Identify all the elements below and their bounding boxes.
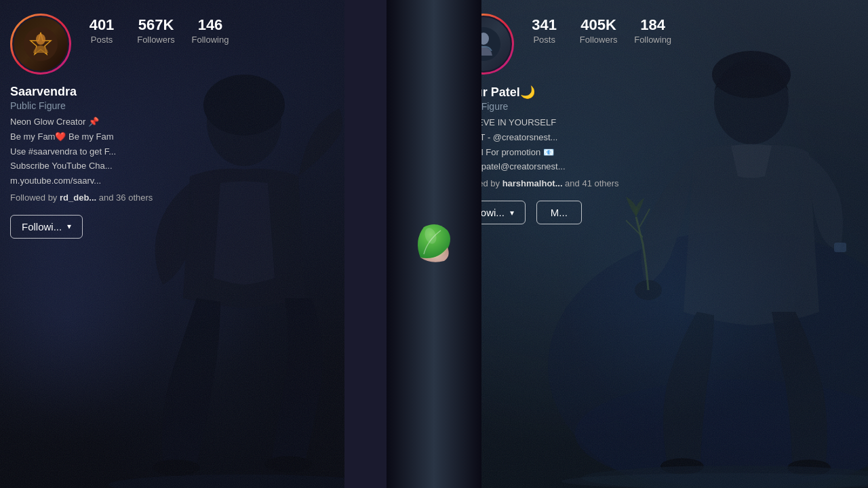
right-posts-count: 341 xyxy=(532,17,557,33)
right-following-label: Following xyxy=(634,35,671,45)
right-followed-others: 41 others xyxy=(582,178,618,188)
right-message-button[interactable]: M... xyxy=(536,201,582,224)
left-profile-info: Saarvendra Public Figure Neon Glow Creat… xyxy=(0,81,344,249)
left-followed-others: 36 others xyxy=(116,192,153,203)
svg-point-3 xyxy=(153,460,200,476)
right-following-count: 184 xyxy=(640,17,665,33)
left-avatar-container xyxy=(10,14,71,75)
right-follow-chevron: ▾ xyxy=(510,208,514,218)
left-avatar-inner xyxy=(12,16,69,73)
right-profile-header: 341 Posts 405K Followers 184 Following xyxy=(439,0,868,81)
left-followers-label: Followers xyxy=(137,35,175,45)
right-stats-row: 341 Posts 405K Followers 184 Following xyxy=(524,14,673,45)
right-buttons-row: Followi... ▾ M... xyxy=(453,188,858,224)
left-bio-line-1: Neon Glow Creator 📌 xyxy=(10,115,334,129)
right-bio-line-3: • E-mail For promotion 📧 xyxy=(453,146,858,160)
right-stat-following: 184 Following xyxy=(633,17,673,45)
center-divider xyxy=(387,0,481,488)
right-bio-line-1: • BELIEVE IN YOURSELF xyxy=(453,116,858,130)
right-bio-line-4: • Keyurpatel@creatorsnest... xyxy=(453,160,858,174)
left-follow-chevron: ▾ xyxy=(67,222,71,231)
right-followed-name: harshmalhot... xyxy=(502,178,563,188)
left-bio-line-3: Use #saarvendra to get F... xyxy=(10,145,334,159)
left-followed-name: rd_deb... xyxy=(60,192,96,203)
left-stat-posts: 401 Posts xyxy=(81,17,122,45)
right-category: Public Figure xyxy=(453,101,858,112)
svg-point-8 xyxy=(36,34,45,45)
left-stat-followers: 567K Followers xyxy=(136,17,176,45)
left-category: Public Figure xyxy=(10,100,334,111)
left-profile-header: 401 Posts 567K Followers 146 Following xyxy=(0,0,344,81)
left-followers-count: 567K xyxy=(138,17,174,33)
left-stats-row: 401 Posts 567K Followers 146 Following xyxy=(81,14,231,45)
right-posts-label: Posts xyxy=(533,35,555,45)
right-username: Keyur Patel🌙 xyxy=(453,85,858,100)
right-followers-count: 405K xyxy=(580,17,616,33)
left-posts-label: Posts xyxy=(91,35,113,45)
left-following-count: 146 xyxy=(198,17,223,33)
left-avatar-ring xyxy=(10,14,71,75)
svg-rect-15 xyxy=(834,243,846,252)
right-stat-followers: 405K Followers xyxy=(578,17,619,45)
left-profile-panel: 401 Posts 567K Followers 146 Following S… xyxy=(0,0,344,488)
left-followed-by: Followed by rd_deb... and 36 others xyxy=(10,192,334,203)
right-profile-info: Keyur Patel🌙 Public Figure • BELIEVE IN … xyxy=(439,81,868,235)
right-message-label: M... xyxy=(551,207,568,218)
right-bio-line-2: • MGMT - @creatorsnest... xyxy=(453,131,858,145)
left-bio: Neon Glow Creator 📌 Be my Fam❤️ Be my Fa… xyxy=(10,115,334,188)
left-following-label: Following xyxy=(192,35,229,45)
right-bio: • BELIEVE IN YOURSELF • MGMT - @creators… xyxy=(453,116,858,174)
left-username: Saarvendra xyxy=(10,85,334,99)
right-profile-panel: 341 Posts 405K Followers 184 Following K… xyxy=(439,0,868,488)
left-avatar xyxy=(14,17,68,71)
svg-point-4 xyxy=(264,456,312,472)
left-bio-line-2: Be my Fam❤️ Be my Fam xyxy=(10,130,334,144)
left-follow-button[interactable]: Followi... ▾ xyxy=(10,215,83,239)
right-followed-by: Followed by harshmalhot... and 41 others xyxy=(453,178,858,188)
snapseed-logo xyxy=(407,217,461,271)
left-stat-following: 146 Following xyxy=(190,17,231,45)
left-follow-label: Followi... xyxy=(22,221,62,232)
left-posts-count: 401 xyxy=(90,17,115,33)
right-stat-posts: 341 Posts xyxy=(524,17,565,45)
left-bio-line-4: Subscribe YouTube Cha... xyxy=(10,159,334,174)
left-bio-line-5: m.youtube.com/saarv... xyxy=(10,174,334,188)
right-followers-label: Followers xyxy=(580,35,618,45)
